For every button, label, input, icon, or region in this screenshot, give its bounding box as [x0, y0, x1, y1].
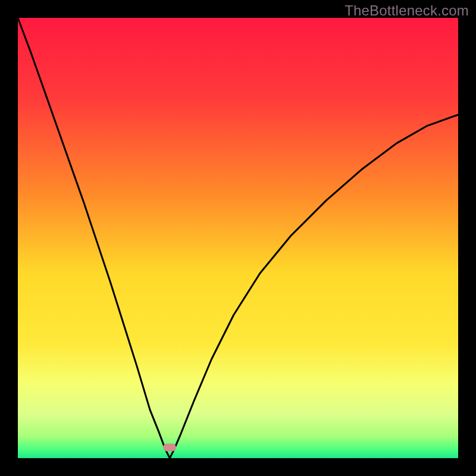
plot-area: [18, 18, 458, 458]
watermark-text: TheBottleneck.com: [345, 2, 469, 19]
bottleneck-curve: [18, 18, 458, 458]
chart-frame: TheBottleneck.com: [0, 0, 476, 476]
optimal-marker: [163, 443, 176, 451]
